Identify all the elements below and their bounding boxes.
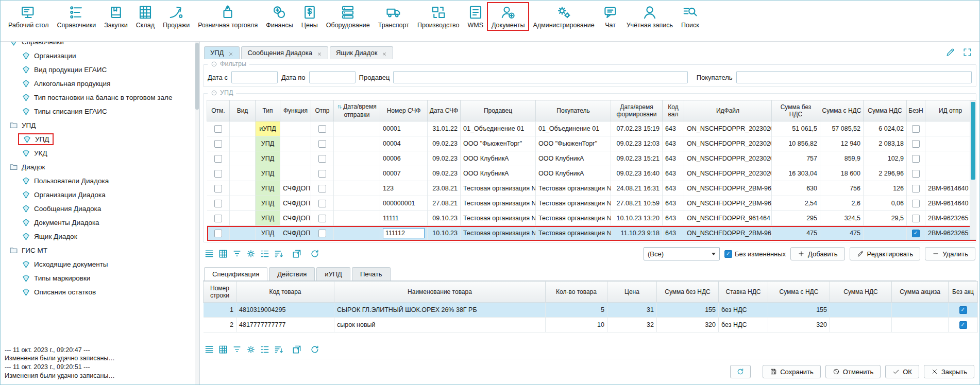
no-vat-checkbox[interactable] — [912, 215, 920, 222]
toolbar-item-equipment[interactable]: Оборудование — [323, 3, 374, 30]
column-header[interactable]: Сумма НДС — [864, 100, 907, 121]
sidebar-item[interactable]: Диадок — [6, 160, 192, 174]
column-header[interactable]: Сумма без НДС — [772, 100, 820, 121]
filter-icon[interactable] — [232, 344, 242, 355]
sent-checkbox[interactable] — [318, 185, 326, 192]
sidebar-item[interactable]: Типы маркировки — [6, 271, 192, 285]
close-icon[interactable] — [317, 50, 322, 56]
toolbar-item-retail[interactable]: Розничная торговля — [194, 3, 261, 30]
filter-icon[interactable] — [232, 249, 242, 259]
fullscreen-icon[interactable] — [962, 47, 972, 57]
upd-row[interactable]: УПДСЧФДОП11111210.10.23Тестовая организа… — [207, 226, 976, 241]
table-view-icon[interactable] — [218, 344, 228, 355]
scrollbar-thumb[interactable] — [195, 43, 199, 110]
no-changes-checkbox[interactable] — [724, 250, 732, 258]
refresh-icon[interactable] — [310, 344, 320, 355]
detail-tab-2[interactable]: иУПД — [316, 267, 350, 281]
column-header[interactable]: Вид — [230, 100, 256, 121]
close-button[interactable]: Закрыть — [924, 365, 974, 378]
edit-icon[interactable] — [945, 47, 955, 57]
sent-checkbox[interactable] — [318, 200, 326, 207]
no-vat-checkbox[interactable] — [912, 155, 920, 163]
seller-input[interactable] — [393, 71, 687, 83]
column-header[interactable]: Наименование товара — [334, 282, 546, 303]
sidebar-item[interactable]: Типы списания ЕГАИС — [6, 104, 192, 118]
column-header[interactable]: Код товара — [236, 282, 334, 303]
table-scrollbar[interactable] — [970, 100, 976, 240]
column-header[interactable]: Сумма НДС — [830, 282, 892, 303]
sent-checkbox[interactable] — [318, 230, 326, 237]
row-select-checkbox[interactable] — [214, 170, 222, 178]
column-header[interactable]: Ставка НДС — [719, 282, 768, 303]
date-from-input[interactable] — [231, 71, 278, 83]
column-header[interactable]: Продавец — [461, 100, 536, 121]
sent-checkbox[interactable] — [318, 125, 326, 133]
sidebar-item[interactable]: Сообщения Диадока — [6, 202, 192, 216]
cancel-button[interactable]: Отменить — [825, 365, 881, 378]
column-header[interactable]: Функция — [280, 100, 311, 121]
ok-button[interactable]: ОК — [885, 365, 919, 378]
save-button[interactable]: Сохранить — [763, 365, 821, 378]
toolbar-item-production[interactable]: Производство — [414, 3, 463, 30]
tab-0[interactable]: УПД — [204, 46, 240, 59]
column-header[interactable]: ИдФайл — [684, 100, 772, 121]
toolbar-item-finance[interactable]: Финансы — [262, 3, 296, 30]
sidebar-item[interactable]: УПД — [6, 132, 192, 146]
column-header[interactable]: БезН — [907, 100, 925, 121]
sidebar-item[interactable]: Ящик Диадок — [6, 230, 192, 243]
list-view-icon[interactable] — [204, 249, 214, 259]
numbered-list-icon[interactable] — [260, 249, 270, 259]
close-icon[interactable] — [382, 50, 387, 56]
spec-row[interactable]: 24817777777777сырок новый1032320без НДС3… — [204, 318, 978, 332]
column-header[interactable]: Отм. — [207, 100, 230, 121]
sidebar-item[interactable]: Документы Диадока — [6, 216, 192, 230]
toolbar-item-purchases[interactable]: Закупки — [100, 3, 131, 30]
tab-2[interactable]: Ящик Диадок — [330, 46, 393, 59]
number-edit-input[interactable]: 111112 — [383, 228, 425, 238]
list-view-icon[interactable] — [204, 344, 214, 355]
sidebar-item[interactable]: УПД — [6, 118, 192, 132]
no-vat-checkbox[interactable] — [912, 125, 920, 133]
sent-checkbox[interactable] — [318, 140, 326, 148]
row-select-checkbox[interactable] — [214, 215, 222, 222]
column-header[interactable]: Номер строки — [204, 282, 236, 303]
column-header[interactable]: ИД отпр — [925, 100, 976, 121]
column-header[interactable]: Дата СЧФ — [428, 100, 461, 121]
no-vat-checkbox[interactable] — [912, 140, 920, 148]
tab-1[interactable]: Сообщения Диадока — [241, 46, 328, 59]
toolbar-item-references[interactable]: Справочники — [53, 3, 99, 30]
sidebar-item[interactable]: Вид продукции ЕГАИС — [6, 63, 192, 77]
numbered-list-icon[interactable] — [260, 344, 270, 355]
sidebar-item[interactable]: Организации — [6, 49, 192, 63]
toolbar-item-account[interactable]: Учётная запись — [623, 3, 677, 30]
sidebar-item[interactable]: ГИС МТ — [6, 243, 192, 257]
toolbar-item-prices[interactable]: Цены — [298, 3, 322, 30]
row-select-checkbox[interactable] — [214, 125, 222, 133]
column-header[interactable]: Дата/время отправки — [334, 100, 380, 121]
refresh-button[interactable] — [730, 365, 751, 378]
sidebar-item[interactable]: Исходящие документы — [6, 257, 192, 271]
collapse-icon[interactable] — [211, 61, 217, 67]
upd-row[interactable]: УПДСЧФДОП00000000127.08.21Тестовая орган… — [207, 196, 976, 211]
toolbar-item-search[interactable]: Поиск — [678, 3, 703, 30]
toolbar-item-transport[interactable]: Транспорт — [375, 3, 413, 30]
sort-list-icon[interactable] — [274, 249, 284, 259]
toolbar-item-desktop[interactable]: Рабочий стол — [5, 3, 52, 30]
column-header[interactable]: Сумма без НДС — [657, 282, 719, 303]
column-header[interactable]: Тип — [256, 100, 280, 121]
column-header[interactable]: Номер СЧФ — [380, 100, 428, 121]
sidebar-item[interactable]: Алкогольная продукция — [6, 77, 192, 91]
settings-icon[interactable] — [246, 344, 256, 355]
detail-tab-0[interactable]: Спецификация — [204, 267, 267, 281]
toolbar-item-sales[interactable]: Продажи — [159, 3, 193, 30]
delete-button[interactable]: Удалить — [925, 247, 975, 260]
upd-row[interactable]: УПД0000409.02.23ООО "ФьюженТорг"ООО "Фью… — [207, 136, 976, 151]
sidebar-item[interactable]: Тип постановки на баланс в торговом зале — [6, 91, 192, 104]
row-select-checkbox[interactable] — [214, 155, 222, 163]
detail-tab-1[interactable]: Действия — [269, 267, 315, 281]
detail-tab-3[interactable]: Печать — [352, 267, 391, 281]
column-header[interactable]: Цена — [607, 282, 657, 303]
upd-row[interactable]: УПДСЧФДОП1111109.10.23Тестовая организац… — [207, 211, 976, 226]
buyer-input[interactable] — [736, 71, 972, 83]
toolbar-item-administration[interactable]: Администрирование — [529, 3, 598, 30]
